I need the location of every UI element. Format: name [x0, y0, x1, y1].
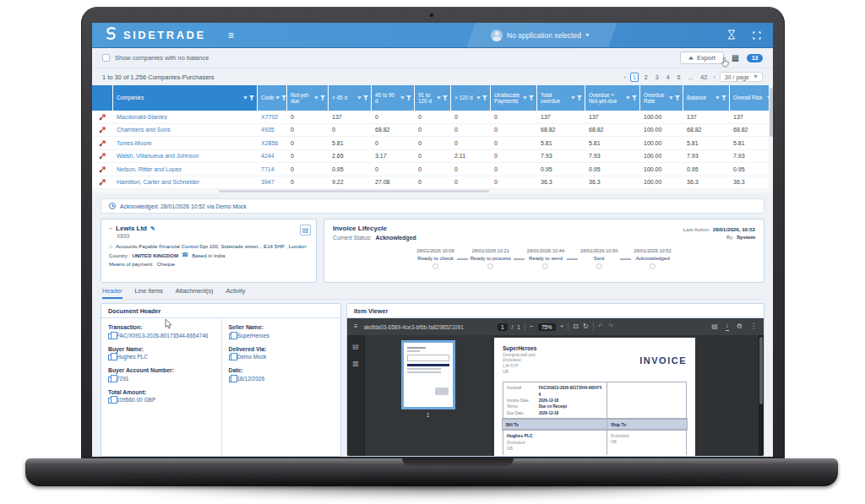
column-header-45-to-90-d[interactable]: 45 to 90 d [372, 85, 414, 111]
export-button[interactable]: Export [680, 51, 724, 64]
column-header-code[interactable]: Code [258, 85, 286, 111]
pdf-main-area[interactable]: SuperHeroes Georgina wall portDrylockedL… [491, 335, 764, 456]
row-action-icon[interactable] [92, 139, 112, 147]
company-code-link[interactable]: 7714 [258, 166, 286, 172]
hourglass-icon[interactable] [727, 28, 736, 43]
field-value[interactable]: Demo Mock [237, 354, 267, 360]
sort-caret-icon[interactable] [571, 96, 575, 100]
table-row[interactable]: Chambers and Sons49350068.8200068.8268.8… [92, 124, 773, 138]
application-selector[interactable]: No application selected [491, 30, 590, 41]
filter-funnel-icon[interactable] [632, 95, 637, 100]
copy-icon[interactable] [229, 333, 234, 339]
company-code-link[interactable]: 3947 [258, 179, 286, 185]
fullscreen-icon[interactable] [753, 28, 761, 43]
company-link[interactable]: Torres-Moore [113, 140, 257, 146]
pdf-menu-icon[interactable]: ≡ [354, 323, 358, 330]
column-header-91-to-120-d[interactable]: 91 to 120 d [415, 85, 450, 111]
filter-funnel-icon[interactable] [443, 95, 448, 100]
tab-attachment-s[interactable]: Attachment(s) [176, 287, 214, 299]
columns-count-badge[interactable]: 13 [747, 54, 763, 62]
column-header-unallocate-payments[interactable]: Unallocate Payments [491, 85, 536, 111]
zoom-in-icon[interactable]: + [560, 323, 564, 330]
sort-caret-icon[interactable] [400, 96, 405, 100]
sort-caret-icon[interactable] [715, 96, 720, 100]
company-link[interactable]: Hamilton, Carter and Schneider [113, 179, 257, 185]
more-options-icon[interactable]: ⋮ [750, 323, 757, 330]
edit-pencil-icon[interactable]: ✎ [150, 225, 155, 232]
sort-caret-icon[interactable] [314, 96, 318, 100]
column-header-45-d[interactable]: < 45 d [329, 85, 371, 111]
filter-funnel-icon[interactable] [482, 95, 487, 100]
company-link[interactable]: Walsh, Villanueva and Johnson [113, 153, 257, 159]
column-header-total-overdue[interactable]: Total overdue [537, 85, 585, 111]
horizontal-scrollbar-thumb[interactable] [219, 190, 489, 192]
company-name[interactable]: Lewis Ltd [116, 225, 147, 232]
row-action-icon[interactable] [92, 126, 112, 133]
filter-funnel-icon[interactable] [675, 95, 680, 100]
field-value[interactable]: 7291 [117, 376, 128, 382]
table-row[interactable]: Walsh, Villanueva and Johnson424402.653.… [92, 150, 773, 164]
filter-funnel-icon[interactable] [529, 95, 534, 100]
vertical-scrollbar-thumb[interactable] [770, 88, 773, 137]
copy-icon[interactable] [108, 398, 113, 404]
page-next-button[interactable]: › [713, 73, 715, 81]
print-icon[interactable]: ▤ [711, 323, 718, 330]
tab-line-items[interactable]: Line Items [135, 287, 163, 299]
page-button-1[interactable]: 1 [630, 73, 639, 82]
field-value[interactable]: Hughes PLC [117, 354, 148, 360]
page-button-3[interactable]: 3 [654, 73, 661, 81]
column-header-overdue-rate[interactable]: Overdue Rate [640, 85, 683, 111]
row-action-icon[interactable] [92, 165, 112, 173]
page-button-4[interactable]: 4 [665, 73, 672, 81]
column-header-balance[interactable]: Balance [683, 85, 729, 111]
row-action-icon[interactable] [92, 178, 112, 186]
sort-caret-icon[interactable] [243, 96, 248, 100]
sort-caret-icon[interactable] [523, 96, 527, 100]
outline-view-icon[interactable]: ▥ [352, 360, 359, 367]
tab-activity[interactable]: Activity [226, 287, 246, 299]
table-row[interactable]: Hamilton, Carter and Schneider394709.222… [92, 176, 773, 190]
field-value[interactable]: 18/12/2026 [237, 376, 265, 382]
thumbnails-view-icon[interactable]: ▤ [352, 343, 359, 350]
filter-funnel-icon[interactable] [406, 95, 411, 100]
filter-funnel-icon[interactable] [577, 95, 582, 100]
status-bar[interactable]: Acknowledged: 28/01/2026 10:52 via Demo … [101, 198, 764, 214]
column-header-companies[interactable]: Companies [113, 85, 257, 111]
filter-funnel-icon[interactable] [320, 95, 325, 100]
copy-icon[interactable] [229, 377, 234, 382]
download-icon[interactable]: ↓ [726, 322, 729, 331]
page-thumbnail[interactable] [404, 343, 453, 407]
company-code-link[interactable]: X2856 [258, 140, 286, 146]
settings-gear-icon[interactable]: ⚙ [737, 323, 743, 330]
column-header-120-d[interactable]: > 120 d [451, 85, 490, 111]
field-value[interactable]: FAC/X0913-2026-80173544-6654746 [117, 333, 208, 339]
tab-header[interactable]: Header [102, 287, 122, 299]
filter-funnel-icon[interactable] [721, 95, 726, 100]
notes-icon[interactable]: ▤ [300, 225, 311, 236]
company-link[interactable]: Macdonald-Stanley [113, 114, 257, 120]
page-button-42[interactable]: 42 [699, 73, 709, 81]
table-row[interactable]: Nelson, Ritter and Lopez771400.9500000.9… [92, 163, 773, 176]
undo-icon[interactable]: ↶ [598, 323, 604, 330]
copy-icon[interactable] [108, 377, 113, 382]
sort-caret-icon[interactable] [476, 96, 481, 100]
zoom-out-icon[interactable]: − [530, 323, 534, 330]
vertical-scrollbar[interactable] [769, 85, 773, 193]
sort-caret-icon[interactable] [275, 96, 280, 100]
page-prev-button[interactable]: ‹ [623, 73, 626, 81]
field-value[interactable]: 109560.00 GBP [117, 397, 155, 404]
page-button-2[interactable]: 2 [643, 73, 650, 81]
field-value[interactable]: SuperHeroes [237, 333, 269, 339]
columns-grid-icon[interactable]: ▦ [732, 54, 739, 62]
row-action-icon[interactable] [92, 113, 112, 121]
sort-caret-icon[interactable] [669, 96, 673, 100]
page-button-5[interactable]: 5 [676, 73, 683, 81]
fit-page-icon[interactable]: ⊡ [573, 323, 579, 330]
collapse-icon[interactable]: − [109, 225, 112, 231]
copy-icon[interactable] [108, 333, 113, 339]
company-link[interactable]: Chambers and Sons [113, 127, 257, 133]
filter-funnel-icon[interactable] [281, 95, 286, 100]
pdf-scrollbar[interactable] [759, 335, 764, 456]
filter-funnel-icon[interactable] [363, 95, 368, 100]
company-code-link[interactable]: X7702 [258, 114, 286, 120]
